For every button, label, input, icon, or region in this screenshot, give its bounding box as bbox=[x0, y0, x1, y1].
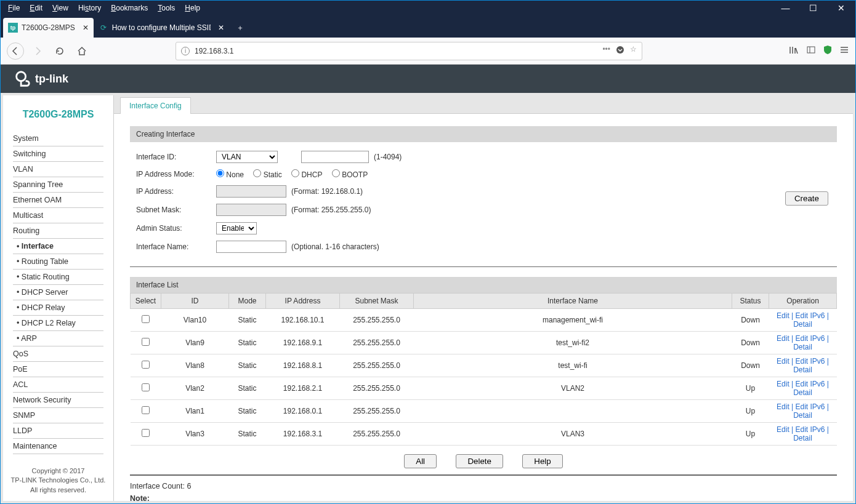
sidebar-item-lldp[interactable]: LLDP bbox=[13, 423, 103, 439]
help-button[interactable]: Help bbox=[522, 454, 562, 468]
sidebar-item-spanning-tree[interactable]: Spanning Tree bbox=[13, 177, 103, 193]
operation-links[interactable]: Edit | Edit IPv6 | Detail bbox=[777, 425, 829, 442]
back-button[interactable] bbox=[7, 42, 24, 60]
sidebar-item-switching[interactable]: Switching bbox=[13, 146, 103, 162]
interface-name-label: Interface Name: bbox=[136, 242, 216, 251]
interface-id-type-select[interactable]: VLAN bbox=[216, 151, 278, 163]
cell-ip: 192.168.3.1 bbox=[266, 423, 340, 446]
table-row: Vlan2Static192.168.2.1255.255.255.0VLAN2… bbox=[131, 377, 837, 400]
shield-down-icon[interactable] bbox=[615, 45, 625, 57]
sidebar-item-interface[interactable]: Interface bbox=[13, 239, 103, 254]
table-row: Vlan8Static192.168.8.1255.255.255.0test_… bbox=[131, 354, 837, 377]
cell-ip: 192.168.10.1 bbox=[266, 309, 340, 332]
tab-title: T2600G-28MPS bbox=[22, 23, 75, 32]
forward-button[interactable] bbox=[29, 42, 46, 60]
admin-status-select[interactable]: Enable bbox=[216, 222, 257, 234]
operation-links[interactable]: Edit | Edit IPv6 | Detail bbox=[777, 380, 829, 397]
cell-mode: Static bbox=[229, 332, 266, 354]
home-button[interactable] bbox=[73, 42, 91, 60]
sidebar-item-multicast[interactable]: Multicast bbox=[13, 208, 103, 223]
sidebar-item-vlan[interactable]: VLAN bbox=[13, 162, 103, 177]
row-select-checkbox[interactable] bbox=[142, 429, 150, 437]
ip-mode-bootp[interactable]: BOOTP bbox=[332, 170, 368, 179]
window-maximize-button[interactable]: ☐ bbox=[799, 1, 827, 15]
new-tab-button[interactable]: ＋ bbox=[229, 18, 251, 38]
menu-file[interactable]: File bbox=[3, 2, 25, 14]
row-select-checkbox[interactable] bbox=[142, 315, 150, 323]
sidebar-item-save-config[interactable]: Save Config bbox=[13, 454, 103, 455]
ip-mode-static[interactable]: Static bbox=[253, 170, 281, 179]
menu-edit[interactable]: Edit bbox=[25, 2, 47, 14]
sidebar-item-poe[interactable]: PoE bbox=[13, 362, 103, 377]
sidebar-item-dhcp-l2-relay[interactable]: DHCP L2 Relay bbox=[13, 316, 103, 331]
more-dots-icon[interactable]: ••• bbox=[602, 45, 610, 57]
site-info-icon[interactable]: i bbox=[181, 47, 190, 55]
menu-tools[interactable]: Tools bbox=[153, 2, 180, 14]
panel-title: Creating Interface bbox=[130, 126, 837, 142]
close-tab-icon[interactable]: ✕ bbox=[83, 23, 89, 32]
operation-links[interactable]: Edit | Edit IPv6 | Detail bbox=[777, 311, 829, 329]
bookmark-star-icon[interactable]: ☆ bbox=[630, 45, 637, 57]
row-select-checkbox[interactable] bbox=[142, 406, 150, 414]
browser-tab-active[interactable]: tp T2600G-28MPS ✕ bbox=[3, 18, 94, 38]
brand-logo: tp-link bbox=[13, 70, 68, 88]
ip-addr-input[interactable] bbox=[216, 185, 286, 198]
ip-mode-none[interactable]: None bbox=[216, 170, 244, 179]
reload-button[interactable] bbox=[51, 42, 68, 60]
operation-links[interactable]: Edit | Edit IPv6 | Detail bbox=[777, 334, 829, 351]
sidebar-item-dhcp-relay[interactable]: DHCP Relay bbox=[13, 300, 103, 316]
row-select-checkbox[interactable] bbox=[142, 361, 150, 369]
cell-mask: 255.255.255.0 bbox=[340, 332, 414, 354]
interface-name-input[interactable] bbox=[216, 241, 286, 253]
row-select-checkbox[interactable] bbox=[142, 383, 150, 391]
cell-ip: 192.168.0.1 bbox=[266, 400, 340, 423]
sidebar-item-snmp[interactable]: SNMP bbox=[13, 408, 103, 423]
library-icon[interactable] bbox=[789, 45, 799, 57]
sidebar-item-network-security[interactable]: Network Security bbox=[13, 393, 103, 408]
sidebar-item-maintenance[interactable]: Maintenance bbox=[13, 439, 103, 454]
sidebar-item-routing[interactable]: Routing bbox=[13, 223, 103, 239]
cell-ip: 192.168.8.1 bbox=[266, 354, 340, 377]
page-tabs: Interface Config bbox=[114, 95, 853, 114]
window-close-button[interactable]: ✕ bbox=[827, 1, 855, 15]
sidebar-toggle-icon[interactable] bbox=[806, 45, 816, 57]
create-button[interactable]: Create bbox=[785, 191, 828, 206]
table-row: Vlan9Static192.168.9.1255.255.255.0test_… bbox=[131, 332, 837, 354]
sidebar-item-static-routing[interactable]: Static Routing bbox=[13, 270, 103, 285]
creating-interface-panel: Creating Interface Interface ID: VLAN (1… bbox=[130, 126, 837, 501]
menu-help[interactable]: Help bbox=[180, 2, 205, 14]
cell-id: Vlan2 bbox=[161, 377, 229, 400]
subnet-input[interactable] bbox=[216, 204, 286, 216]
url-input[interactable]: i 192.168.3.1 ••• ☆ bbox=[176, 42, 642, 60]
sidebar-item-ethernet-oam[interactable]: Ethernet OAM bbox=[13, 193, 103, 208]
sidebar-item-arp[interactable]: ARP bbox=[13, 331, 103, 346]
ip-mode-dhcp[interactable]: DHCP bbox=[291, 170, 322, 179]
cell-status: Up bbox=[732, 400, 769, 423]
close-tab-icon[interactable]: ✕ bbox=[218, 23, 224, 32]
sidebar-item-acl[interactable]: ACL bbox=[13, 377, 103, 393]
extension-shield-icon[interactable] bbox=[823, 45, 832, 57]
operation-links[interactable]: Edit | Edit IPv6 | Detail bbox=[777, 357, 829, 374]
sidebar-item-dhcp-server[interactable]: DHCP Server bbox=[13, 285, 103, 300]
favicon-icon: ⟳ bbox=[99, 23, 108, 33]
tab-interface-config[interactable]: Interface Config bbox=[120, 97, 191, 114]
window-minimize-button[interactable]: — bbox=[772, 1, 799, 15]
sidebar-item-qos[interactable]: QoS bbox=[13, 346, 103, 362]
operation-links[interactable]: Edit | Edit IPv6 | Detail bbox=[777, 402, 829, 420]
browser-tab-2[interactable]: ⟳ How to configure Multiple SSID ✕ bbox=[94, 18, 229, 38]
sidebar: T2600G-28MPS System Switching VLAN Spann… bbox=[3, 95, 114, 501]
sidebar-item-routing-table[interactable]: Routing Table bbox=[13, 254, 103, 270]
sidebar-item-system[interactable]: System bbox=[13, 131, 103, 146]
row-select-checkbox[interactable] bbox=[142, 338, 150, 346]
product-title: T2600G-28MPS bbox=[3, 102, 113, 131]
admin-status-label: Admin Status: bbox=[136, 224, 216, 233]
menu-history[interactable]: History bbox=[73, 2, 106, 14]
cell-status: Up bbox=[732, 423, 769, 446]
interface-id-input[interactable] bbox=[301, 151, 369, 163]
delete-button[interactable]: Delete bbox=[456, 454, 503, 468]
all-button[interactable]: All bbox=[404, 454, 437, 468]
cell-name: test_wi-fi2 bbox=[414, 332, 732, 354]
menu-bookmarks[interactable]: Bookmarks bbox=[106, 2, 153, 14]
app-menu-icon[interactable] bbox=[839, 45, 849, 57]
menu-view[interactable]: View bbox=[47, 2, 73, 14]
